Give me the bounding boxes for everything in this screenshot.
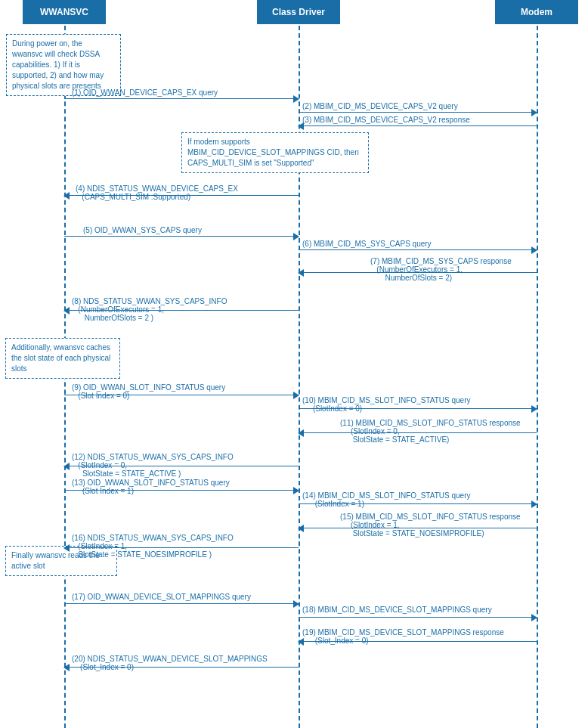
header-wwansvc: WWANSVC <box>23 0 106 24</box>
vline-classdriver <box>299 26 300 728</box>
label-arrow-16: (16) NDIS_STATUS_WWAN_SYS_CAPS_INFO (Slo… <box>72 534 234 559</box>
label-arrow-5: (5) OID_WWAN_SYS_CAPS query <box>83 226 202 234</box>
label-arrow-15: (15) MBIM_CID_MS_SLOT_INFO_STATUS respon… <box>340 513 521 537</box>
label-arrow-11: (11) MBIM_CID_MS_SLOT_INFO_STATUS respon… <box>340 419 521 444</box>
arrow-2 <box>299 112 537 113</box>
label-arrow-6: (6) MBIM_CID_MS_SYS_CAPS query <box>302 240 432 248</box>
arrow-5 <box>64 236 299 237</box>
label-arrow-7: (7) MBIM_CID_MS_SYS_CAPS response (Numbe… <box>370 257 512 282</box>
label-arrow-18: (18) MBIM_CID_MS_DEVICE_SLOT_MAPPINGS qu… <box>302 606 492 614</box>
label-arrow-1: (1) OID_WWAN_DEVICE_CAPS_EX query <box>72 88 218 97</box>
header-classdriver: Class Driver <box>257 0 340 24</box>
header-modem: Modem <box>495 0 578 24</box>
label-arrow-20: (20) NDIS_STATUS_WWAN_DEVICE_SLOT_MAPPIN… <box>72 655 268 671</box>
vline-modem <box>537 26 538 728</box>
arrow-18 <box>299 617 537 618</box>
note-power-on: During power on, the wwansvc will check … <box>6 34 121 96</box>
arrow-17 <box>64 603 299 604</box>
arrow-1 <box>64 98 299 99</box>
label-arrow-8: (8) NDS_STATUS_WWAN_SYS_CAPS_INFO (Numbe… <box>72 297 227 322</box>
label-arrow-19: (19) MBIM_CID_MS_DEVICE_SLOT_MAPPINGS re… <box>302 628 504 645</box>
label-arrow-9: (9) OID_WWAN_SLOT_INFO_STATUS query (Slo… <box>72 383 225 400</box>
label-arrow-12: (12) NDIS_STATUS_WWAN_SYS_CAPS_INFO (Slo… <box>72 453 234 478</box>
note-caches-slot: Additionally, wwansvc caches the slot st… <box>5 338 120 379</box>
sequence-diagram: WWANSVC Class Driver Modem During power … <box>0 0 588 728</box>
label-arrow-13: (13) OID_WWAN_SLOT_INFO_STATUS query (Sl… <box>72 479 230 495</box>
label-arrow-4: (4) NDIS_STATUS_WWAN_DEVICE_CAPS_EX (CAP… <box>76 184 238 201</box>
label-arrow-17: (17) OID_WWAN_DEVICE_SLOT_MAPPINGS query <box>72 593 251 601</box>
label-arrow-3: (3) MBIM_CID_MS_DEVICE_CAPS_V2 response <box>302 116 470 124</box>
arrow-3 <box>299 125 537 126</box>
label-arrow-10: (10) MBIM_CID_MS_SLOT_INFO_STATUS query … <box>302 396 470 413</box>
arrow-6 <box>299 249 537 250</box>
label-arrow-14: (14) MBIM_CID_MS_SLOT_INFO_STATUS query … <box>302 491 470 508</box>
note-modem-supports: If modem supports MBIM_CID_DEVICE_SLOT_M… <box>181 132 369 173</box>
label-arrow-2: (2) MBIM_CID_MS_DEVICE_CAPS_V2 query <box>302 102 458 110</box>
